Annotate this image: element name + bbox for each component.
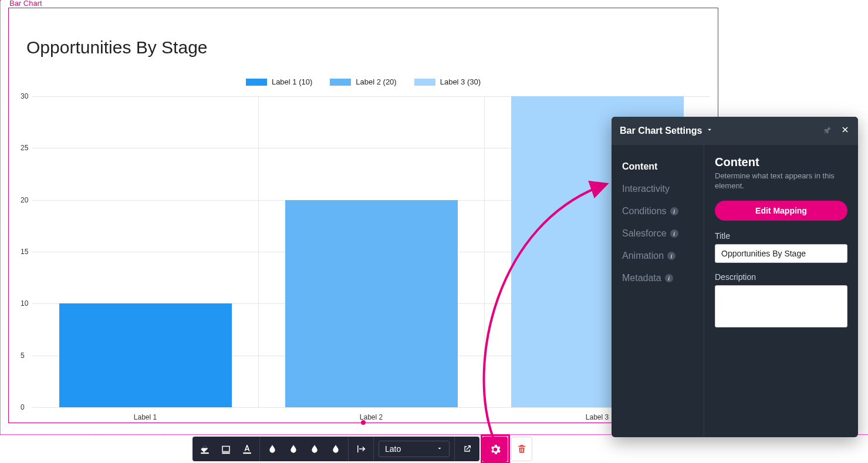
element-toolbar: Lato [192,437,479,461]
title-field-label: Title [715,231,847,241]
element-type-label: Bar Chart [8,0,43,8]
color-drop-3[interactable] [307,441,322,457]
x-tick-label: Label 3 [586,413,609,421]
panel-header: Bar Chart Settings [612,117,858,145]
bar[interactable] [285,200,458,407]
title-input[interactable] [715,244,847,263]
legend-label: Label 3 (30) [440,77,481,86]
spacing-button[interactable] [353,441,369,457]
panel-title[interactable]: Bar Chart Settings [620,126,714,136]
x-tick-label: Label 2 [360,413,383,421]
font-select-value: Lato [385,444,401,454]
trash-icon [516,443,527,455]
chart-legend: Label 1 (10) Label 2 (20) Label 3 (30) [9,77,718,86]
vgridline [258,96,259,407]
y-tick-label: 20 [21,196,28,204]
color-drop-1[interactable] [265,441,280,457]
fill-color-button[interactable] [197,441,212,457]
legend-swatch [414,79,435,86]
nav-salesforce[interactable]: Salesforce i [622,222,704,245]
svg-rect-0 [201,452,209,454]
y-tick-label: 5 [21,352,25,360]
settings-button[interactable] [482,437,508,462]
chevron-down-icon [436,444,443,454]
nav-content[interactable]: Content [622,156,704,178]
info-icon: i [670,229,678,238]
color-drop-2[interactable] [286,441,301,457]
chevron-down-icon [705,126,714,136]
canvas-guide-vertical [0,0,1,434]
edit-mapping-button[interactable]: Edit Mapping [715,201,847,221]
color-drop-4[interactable] [328,441,343,457]
nav-conditions[interactable]: Conditions i [622,200,704,222]
legend-swatch [330,79,351,86]
y-tick-label: 25 [21,144,28,152]
panel-nav: Content Interactivity Conditions i Sales… [612,145,704,437]
border-button[interactable] [218,441,234,457]
svg-rect-2 [222,452,230,454]
info-icon: i [665,274,673,282]
chart-plot-area: 051015202530Label 1Label 2Label 3 [32,96,710,407]
content-description: Determine what text appears in this elem… [715,171,847,191]
description-input[interactable] [715,285,847,327]
legend-swatch [246,79,267,86]
nav-interactivity[interactable]: Interactivity [622,178,704,200]
svg-rect-1 [222,447,229,452]
panel-title-text: Bar Chart Settings [620,126,702,136]
legend-item-1: Label 1 (10) [246,77,312,86]
font-select[interactable]: Lato [379,441,450,457]
gridline [32,407,710,408]
legend-item-3: Label 3 (30) [414,77,481,86]
pin-icon[interactable] [823,125,832,137]
y-tick-label: 15 [21,248,28,256]
bar[interactable] [59,303,232,407]
chart-title: Opportunities By Stage [26,38,208,58]
open-external-button[interactable] [460,441,475,457]
info-icon: i [667,252,676,260]
nav-animation[interactable]: Animation i [622,245,704,267]
legend-label: Label 2 (20) [356,77,396,86]
nav-metadata[interactable]: Metadata i [622,267,704,289]
legend-label: Label 1 (10) [272,77,312,86]
x-tick-label: Label 1 [134,413,157,421]
close-icon[interactable] [840,125,850,137]
y-tick-label: 30 [21,92,28,100]
delete-button[interactable] [511,437,532,461]
y-tick-label: 0 [21,403,25,411]
description-field-label: Description [715,272,847,282]
content-heading: Content [715,156,847,169]
settings-panel: Bar Chart Settings Content Interactivity… [612,117,858,437]
vgridline [484,96,485,407]
svg-rect-3 [243,452,251,454]
info-icon: i [670,207,678,215]
y-tick-label: 10 [21,299,28,307]
text-color-button[interactable] [239,441,255,457]
legend-item-2: Label 2 (20) [330,77,396,86]
panel-content-area: Content Determine what text appears in t… [704,145,858,437]
gear-icon [489,443,502,456]
